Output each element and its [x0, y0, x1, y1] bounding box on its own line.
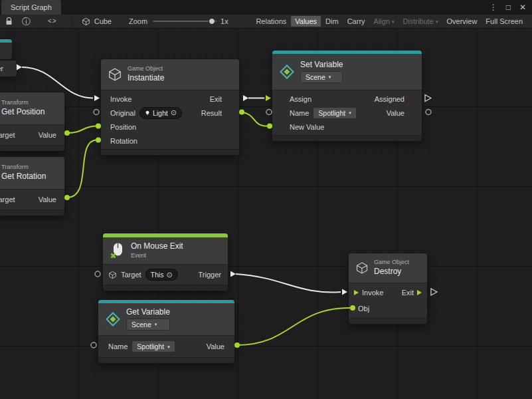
- chevron-down-icon: ▾: [392, 19, 395, 24]
- fullscreen-button[interactable]: Full Screen: [482, 16, 527, 27]
- port-target: Target: [0, 131, 15, 139]
- port-name: Name: [108, 342, 128, 350]
- mouseexit-target-port-icon[interactable]: [95, 271, 100, 277]
- node-instantiate[interactable]: Game Object Instantiate Invoke Exit Orig…: [101, 59, 239, 155]
- node-set-variable[interactable]: Set Variable Scene ▾ Assign Assigned Nam…: [272, 51, 422, 141]
- assign-in-arrow-icon[interactable]: [266, 95, 271, 101]
- node-title: Destroy: [374, 267, 409, 277]
- invoke-in-arrow-icon[interactable]: [94, 95, 100, 101]
- values-button[interactable]: Values: [291, 16, 321, 27]
- port-value: Value: [207, 342, 224, 350]
- node-get-variable[interactable]: Get Variable Scene ▾ Name Spotlight ▾ Va…: [98, 300, 234, 363]
- getvar-value-port-icon[interactable]: [234, 342, 240, 348]
- wire-getposition-to-position[interactable]: [67, 126, 97, 134]
- distribute-button[interactable]: Distribute▾: [399, 16, 442, 27]
- target-object-value: This: [151, 271, 164, 279]
- node-destroy[interactable]: Game Object Destroy Invoke Exit Obj: [349, 253, 427, 324]
- window-controls: ⋮ □ ✕: [489, 0, 532, 15]
- port-new-value: New Value: [290, 123, 324, 131]
- newvalue-port-icon[interactable]: [267, 124, 272, 129]
- lock-icon[interactable]: [5, 17, 13, 25]
- wire-result-to-newvalue[interactable]: [242, 112, 267, 126]
- port-value: Value: [387, 109, 404, 117]
- exit-out-arrow-icon[interactable]: [243, 95, 248, 101]
- wires-layer: [0, 29, 532, 399]
- result-port-icon[interactable]: [239, 110, 244, 115]
- chevron-down-icon: ▾: [329, 74, 331, 79]
- original-port-icon[interactable]: [94, 110, 99, 115]
- mouseexit-trigger-arrow-icon[interactable]: [230, 271, 236, 277]
- node-title: Get Rotation: [1, 172, 46, 182]
- port-result: Result: [201, 109, 222, 117]
- object-picker-icon[interactable]: ⊙: [171, 109, 177, 116]
- original-object-field[interactable]: Light ⊙: [139, 107, 182, 119]
- info-icon[interactable]: ⓘ: [22, 17, 31, 26]
- node-on-mouse-exit[interactable]: On Mouse Exit Event Target This ⊙ Trigge…: [103, 233, 228, 291]
- variable-icon: [105, 311, 121, 327]
- wire-getvariable-to-obj[interactable]: [237, 308, 350, 345]
- tab-script-graph[interactable]: Script Graph: [1, 0, 61, 15]
- cube-icon: [108, 271, 117, 279]
- exit-port-icon[interactable]: [417, 290, 422, 295]
- node-footer: [0, 209, 64, 215]
- destroy-invoke-arrow-icon[interactable]: [342, 289, 347, 295]
- node-category: Game Object: [374, 259, 409, 266]
- trigger-out-arrow-icon[interactable]: [17, 65, 22, 70]
- code-icon[interactable]: <>: [48, 18, 57, 25]
- port-assigned: Assigned: [375, 95, 404, 103]
- setvar-value-port-icon[interactable]: [426, 110, 431, 115]
- assigned-port-icon[interactable]: [425, 95, 431, 102]
- zoom-slider-knob[interactable]: [209, 18, 215, 25]
- clipped-node-event[interactable]: Trigger: [0, 61, 17, 76]
- dim-button[interactable]: Dim: [321, 16, 343, 27]
- node-body: Target This ⊙ Trigger: [103, 264, 228, 285]
- variable-name-dropdown[interactable]: Spotlight ▾: [313, 107, 356, 119]
- node-title: Get Position: [1, 108, 44, 117]
- graph-canvas[interactable]: Trigger Transform Get Position Target Va…: [0, 29, 532, 399]
- clipped-node-variable[interactable]: [0, 39, 12, 59]
- node-body: Assign Assigned Name Spotlight ▾ Value N…: [272, 90, 422, 135]
- node-title: Instantiate: [128, 74, 164, 83]
- tab-bar: Script Graph ⋮ □ ✕: [0, 0, 532, 15]
- port-exit: Exit: [210, 95, 222, 103]
- variable-scope-dropdown[interactable]: Scene ▾: [126, 319, 170, 331]
- node-body: Target Value: [0, 124, 64, 145]
- node-footer: [101, 149, 239, 155]
- position-port-icon[interactable]: [96, 124, 101, 129]
- invoke-port-icon[interactable]: [354, 290, 359, 295]
- node-header: Game Object Destroy: [349, 253, 427, 283]
- variable-scope-dropdown[interactable]: Scene ▾: [300, 71, 343, 83]
- node-get-rotation[interactable]: Transform Get Rotation Target Value: [0, 157, 64, 215]
- mouse-icon: [110, 242, 126, 259]
- node-title: Get Variable: [126, 308, 170, 317]
- wire-mouseexit-to-destroy[interactable]: [236, 274, 341, 292]
- variable-name-dropdown[interactable]: Spotlight ▾: [132, 340, 175, 352]
- window-menu-icon[interactable]: ⋮: [489, 3, 497, 11]
- port-obj: Obj: [358, 305, 369, 313]
- wire-getrotation-to-rotation[interactable]: [67, 140, 97, 198]
- object-picker-icon[interactable]: ⊙: [166, 271, 172, 279]
- getrotation-value-port-icon[interactable]: [64, 195, 70, 200]
- port-trigger: Trigger: [199, 271, 221, 279]
- rotation-port-icon[interactable]: [96, 138, 101, 143]
- node-get-position[interactable]: Transform Get Position Target Value: [0, 92, 64, 151]
- close-icon[interactable]: ✕: [519, 3, 526, 11]
- getposition-value-port-icon[interactable]: [64, 130, 70, 136]
- align-button[interactable]: Align▾: [370, 16, 399, 27]
- carry-button[interactable]: Carry: [343, 16, 369, 27]
- getvar-name-port-icon[interactable]: [91, 342, 96, 348]
- node-subtitle: Event: [131, 253, 183, 259]
- node-category: Transform: [1, 100, 44, 106]
- destroy-exit-port-icon[interactable]: [431, 289, 437, 295]
- maximize-icon[interactable]: □: [506, 3, 511, 11]
- port-value: Value: [39, 196, 56, 203]
- node-header: Game Object Instantiate: [101, 59, 239, 90]
- zoom-slider[interactable]: [153, 18, 217, 25]
- node-footer: [349, 318, 427, 324]
- setvar-name-port-icon[interactable]: [266, 110, 272, 115]
- relations-button[interactable]: Relations: [252, 16, 290, 27]
- target-object-field[interactable]: This ⊙: [145, 269, 178, 281]
- node-body: Trigger: [0, 61, 17, 76]
- node-header: Transform Get Rotation: [0, 157, 64, 189]
- overview-button[interactable]: Overview: [443, 16, 482, 27]
